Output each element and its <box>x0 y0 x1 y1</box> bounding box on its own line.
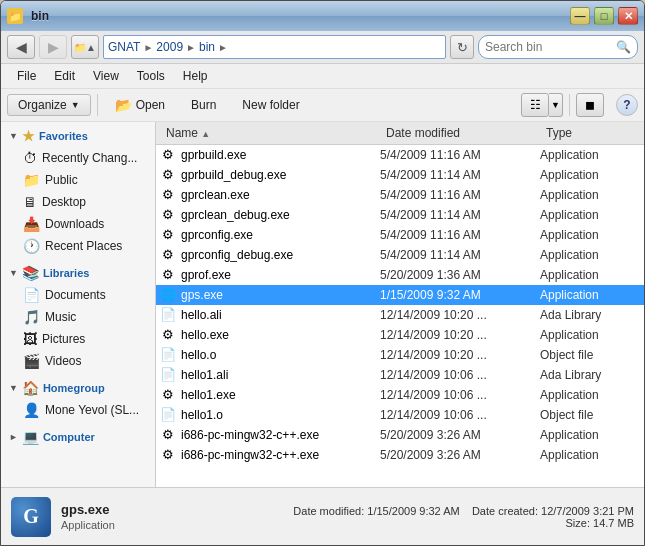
organize-button[interactable]: Organize ▼ <box>7 94 91 116</box>
sidebar-item-documents[interactable]: 📄 Documents <box>1 284 155 306</box>
file-date: 12/14/2009 10:06 ... <box>380 388 540 402</box>
sidebar-item-desktop[interactable]: 🖥 Desktop <box>1 191 155 213</box>
up-button[interactable]: 📁▲ <box>71 35 99 59</box>
homegroup-label: Homegroup <box>43 382 105 394</box>
file-name-text: hello.ali <box>181 308 222 322</box>
libraries-label: Libraries <box>43 267 89 279</box>
new-folder-button[interactable]: New folder <box>231 94 310 116</box>
file-type: Application <box>540 268 640 282</box>
file-date: 12/14/2009 10:20 ... <box>380 308 540 322</box>
table-row[interactable]: 📄 hello1.ali 12/14/2009 10:06 ... Ada Li… <box>156 365 644 385</box>
file-type: Application <box>540 188 640 202</box>
libraries-icon: 📚 <box>22 265 39 281</box>
sidebar-label-pictures: Pictures <box>42 332 85 346</box>
forward-button[interactable]: ▶ <box>39 35 67 59</box>
sidebar-favorites-header[interactable]: ▼ ★ Favorites <box>1 122 155 147</box>
table-row[interactable]: ⚙ i686-pc-mingw32-c++.exe 5/20/2009 3:26… <box>156 425 644 445</box>
address-bar[interactable]: GNAT ► 2009 ► bin ► <box>103 35 446 59</box>
status-filetype: Application <box>61 519 115 531</box>
burn-label: Burn <box>191 98 216 112</box>
file-icon: ⚙ <box>160 207 176 223</box>
sidebar-homegroup-section: ▼ 🏠 Homegroup 👤 Mone Yevol (SL... <box>1 374 155 421</box>
sidebar-item-music[interactable]: 🎵 Music <box>1 306 155 328</box>
title-bar: 📁 bin — □ ✕ <box>1 1 644 31</box>
table-row[interactable]: ⚙ gprclean_debug.exe 5/4/2009 11:14 AM A… <box>156 205 644 225</box>
file-icon: 📄 <box>160 307 176 323</box>
table-row[interactable]: 🌐 gps.exe 1/15/2009 9:32 AM Application <box>156 285 644 305</box>
preview-pane-button[interactable]: ◼ <box>576 93 604 117</box>
table-row[interactable]: ⚙ hello1.exe 12/14/2009 10:06 ... Applic… <box>156 385 644 405</box>
sidebar-item-downloads[interactable]: 📥 Downloads <box>1 213 155 235</box>
menu-view[interactable]: View <box>85 66 127 86</box>
col-header-date[interactable]: Date modified <box>380 122 540 144</box>
search-input[interactable] <box>485 40 612 54</box>
table-row[interactable]: 📄 hello.ali 12/14/2009 10:20 ... Ada Lib… <box>156 305 644 325</box>
help-button[interactable]: ? <box>616 94 638 116</box>
file-icon: ⚙ <box>160 427 176 443</box>
file-icon: ⚙ <box>160 447 176 463</box>
table-row[interactable]: ⚙ hello.exe 12/14/2009 10:20 ... Applica… <box>156 325 644 345</box>
file-icon: ⚙ <box>160 147 176 163</box>
file-name-cell: 📄 hello.o <box>160 347 380 363</box>
table-row[interactable]: ⚙ gprconfig.exe 5/4/2009 11:16 AM Applic… <box>156 225 644 245</box>
file-date: 5/4/2009 11:16 AM <box>380 188 540 202</box>
file-icon: ⚙ <box>160 267 176 283</box>
sidebar-item-public[interactable]: 📁 Public <box>1 169 155 191</box>
file-date: 12/14/2009 10:06 ... <box>380 408 540 422</box>
maximize-button[interactable]: □ <box>594 7 614 25</box>
file-name-cell: ⚙ gprof.exe <box>160 267 380 283</box>
sidebar-item-videos[interactable]: 🎬 Videos <box>1 350 155 372</box>
sidebar-item-pictures[interactable]: 🖼 Pictures <box>1 328 155 350</box>
view-button[interactable]: ☷ <box>521 93 549 117</box>
view-dropdown[interactable]: ▼ <box>549 93 563 117</box>
breadcrumb-gnat[interactable]: GNAT <box>108 40 140 54</box>
recent-places-icon: 🕐 <box>23 238 40 254</box>
file-type: Application <box>540 328 640 342</box>
col-header-name[interactable]: Name ▲ <box>160 122 380 144</box>
size-label: Size: <box>566 517 590 529</box>
table-row[interactable]: ⚙ gprconfig_debug.exe 5/4/2009 11:14 AM … <box>156 245 644 265</box>
file-date: 5/20/2009 1:36 AM <box>380 268 540 282</box>
file-icon: 📄 <box>160 407 176 423</box>
file-type: Application <box>540 228 640 242</box>
close-button[interactable]: ✕ <box>618 7 638 25</box>
file-icon: 🌐 <box>160 287 176 303</box>
breadcrumb-2009[interactable]: 2009 <box>156 40 183 54</box>
breadcrumb-bin[interactable]: bin <box>199 40 215 54</box>
back-button[interactable]: ◀ <box>7 35 35 59</box>
minimize-button[interactable]: — <box>570 7 590 25</box>
sidebar-computer-header[interactable]: ► 💻 Computer <box>1 423 155 448</box>
file-date: 5/4/2009 11:14 AM <box>380 168 540 182</box>
table-row[interactable]: ⚙ gprbuild_debug.exe 5/4/2009 11:14 AM A… <box>156 165 644 185</box>
file-type: Object file <box>540 348 640 362</box>
col-name-label: Name <box>166 126 198 140</box>
col-header-type[interactable]: Type <box>540 122 640 144</box>
file-icon: 📄 <box>160 347 176 363</box>
file-name-cell: 📄 hello1.ali <box>160 367 380 383</box>
table-row[interactable]: ⚙ i686-pc-mingw32-c++.exe 5/20/2009 3:26… <box>156 445 644 465</box>
table-row[interactable]: 📄 hello1.o 12/14/2009 10:06 ... Object f… <box>156 405 644 425</box>
music-icon: 🎵 <box>23 309 40 325</box>
sidebar-item-recent-places[interactable]: 🕐 Recent Places <box>1 235 155 257</box>
table-row[interactable]: ⚙ gprof.exe 5/20/2009 1:36 AM Applicatio… <box>156 265 644 285</box>
open-button[interactable]: 📂 Open <box>104 93 176 117</box>
sidebar-homegroup-header[interactable]: ▼ 🏠 Homegroup <box>1 374 155 399</box>
file-name-text: hello1.exe <box>181 388 236 402</box>
breadcrumb-arrow-3: ► <box>218 42 228 53</box>
file-date: 5/4/2009 11:16 AM <box>380 228 540 242</box>
table-row[interactable]: ⚙ gprclean.exe 5/4/2009 11:16 AM Applica… <box>156 185 644 205</box>
sidebar-item-recently-changed[interactable]: ⏱ Recently Chang... <box>1 147 155 169</box>
table-row[interactable]: ⚙ gprbuild.exe 5/4/2009 11:16 AM Applica… <box>156 145 644 165</box>
search-bar[interactable]: 🔍 <box>478 35 638 59</box>
refresh-button[interactable]: ↻ <box>450 35 474 59</box>
menu-help[interactable]: Help <box>175 66 216 86</box>
menu-file[interactable]: File <box>9 66 44 86</box>
window: 📁 bin — □ ✕ ◀ ▶ 📁▲ GNAT ► 2009 ► bin ► ↻… <box>0 0 645 546</box>
table-row[interactable]: 📄 hello.o 12/14/2009 10:20 ... Object fi… <box>156 345 644 365</box>
menu-edit[interactable]: Edit <box>46 66 83 86</box>
file-icon: ⚙ <box>160 227 176 243</box>
menu-tools[interactable]: Tools <box>129 66 173 86</box>
sidebar-item-mone-yevol[interactable]: 👤 Mone Yevol (SL... <box>1 399 155 421</box>
burn-button[interactable]: Burn <box>180 94 227 116</box>
sidebar-libraries-header[interactable]: ▼ 📚 Libraries <box>1 259 155 284</box>
